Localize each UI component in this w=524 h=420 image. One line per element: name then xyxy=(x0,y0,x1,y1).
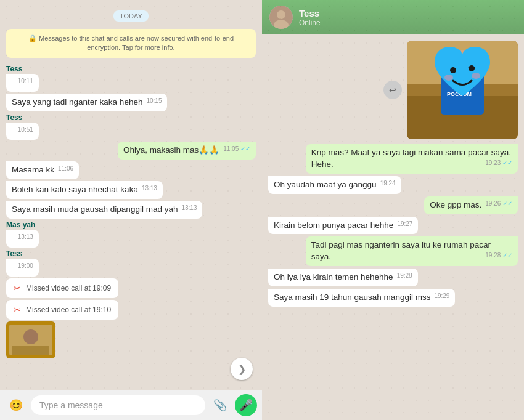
photo-preview[interactable] xyxy=(6,321,55,358)
message-time: 19:26 ✓✓ xyxy=(485,201,512,207)
svg-point-16 xyxy=(472,73,480,79)
svg-point-13 xyxy=(450,67,456,73)
message-6: Boleh kan kalo saya nhechat kaka 13:13 xyxy=(6,181,163,199)
missed-call-text: Missed video call at 19:10 xyxy=(26,305,111,314)
attachment-button[interactable]: 📎 xyxy=(209,394,231,416)
missed-call-1: ✂ Missed video call at 19:09 xyxy=(6,278,118,298)
bubble: Ohiya, makasih mas🙏🙏 11:05 ✓✓ xyxy=(118,142,256,160)
message-5: Masama kk 11:06 xyxy=(6,161,79,179)
message-time: 19:28 ✓✓ xyxy=(485,252,512,259)
bubble: 13:13 xyxy=(6,230,39,248)
chat-header: Tess Online xyxy=(262,0,524,34)
sender-name: Tess xyxy=(6,65,39,73)
right-message-2: Oh yaudah maaf ya ganggu 19:24 xyxy=(268,176,401,194)
sender-name: Tess xyxy=(6,113,39,122)
message-time: 19:28 xyxy=(397,273,412,279)
bubble: Oke gpp mas. 19:26 ✓✓ xyxy=(424,196,518,214)
message-time: 11:06 xyxy=(58,166,73,172)
missed-call-icon: ✂ xyxy=(14,305,21,315)
svg-rect-3 xyxy=(12,346,49,355)
right-message-5: Tadi pagi mas nganterin saya itu ke ruma… xyxy=(306,236,518,266)
message-time: 19:29 xyxy=(434,293,449,299)
contact-name: Tess xyxy=(299,8,321,18)
missed-call-text: Missed video call at 19:09 xyxy=(26,284,111,293)
message-time: 19:00 xyxy=(18,263,33,269)
avatar xyxy=(269,6,293,29)
message-time: 19:27 xyxy=(397,221,412,227)
bubble: Saya masih 19 tahun gausah manggil mss 1… xyxy=(268,289,455,307)
sender-name: Mas yah xyxy=(6,220,39,229)
message-time: 19:24 xyxy=(380,180,396,187)
encryption-notice[interactable]: 🔒 Messages to this chat and calls are no… xyxy=(6,29,256,58)
forward-button[interactable]: ↩ xyxy=(383,81,402,99)
missed-call-2: ✂ Missed video call at 19:10 xyxy=(6,300,118,320)
bubble: Oh yaudah maaf ya ganggu 19:24 xyxy=(268,176,401,194)
svg-point-5 xyxy=(277,10,285,19)
left-chat-panel: TODAY 🔒 Messages to this chat and calls … xyxy=(0,0,262,420)
svg-point-2 xyxy=(23,329,38,344)
emoji-button[interactable]: 😊 xyxy=(5,394,27,416)
message-time: 13:13 xyxy=(18,234,33,240)
right-message-4: Kirain belom punya pacar hehhe 19:27 xyxy=(268,217,418,235)
right-messages-area: ↩ POCCUM xyxy=(262,34,524,420)
contact-info: Tess Online xyxy=(299,8,321,27)
messages-area: TODAY 🔒 Messages to this chat and calls … xyxy=(0,0,262,390)
right-message-6: Oh iya iya kirain temen hehehhe 19:28 xyxy=(268,269,418,286)
message-1: Tess 10:11 xyxy=(6,65,39,92)
message-3: Tess 10:51 xyxy=(6,113,39,140)
contact-status: Online xyxy=(299,18,321,27)
svg-point-15 xyxy=(444,75,453,81)
scroll-down-button[interactable]: ❯ xyxy=(231,358,253,380)
image-message[interactable]: ↩ POCCUM xyxy=(407,41,518,139)
bubble: Knp mas? Maaf ya saya lagi makan sama pa… xyxy=(306,144,518,174)
bubble: 10:51 xyxy=(6,123,39,140)
message-time: 13:13 xyxy=(181,205,197,211)
message-time: 19:23 ✓✓ xyxy=(485,160,512,166)
bubble: Tadi pagi mas nganterin saya itu ke ruma… xyxy=(306,236,518,266)
message-time: 10:11 xyxy=(18,78,33,84)
message-time: 10:15 xyxy=(146,98,162,104)
message-time: 11:05 ✓✓ xyxy=(223,146,250,152)
right-chat-panel: Tess Online ↩ POCCUM xyxy=(262,0,524,420)
message-4: Ohiya, makasih mas🙏🙏 11:05 ✓✓ xyxy=(118,142,256,160)
message-2: Saya yang tadi nganter kaka heheh 10:15 xyxy=(6,94,167,111)
input-placeholder: Type a message xyxy=(39,400,197,410)
bubble: Saya masih muda gausah dipanggil mad yah… xyxy=(6,201,202,219)
bubble: 10:11 xyxy=(6,74,39,92)
message-input-box[interactable]: Type a message xyxy=(31,395,205,415)
sender-name: Tess xyxy=(6,249,39,258)
bubble: Saya yang tadi nganter kaka heheh 10:15 xyxy=(6,94,167,111)
message-8: Mas yah 13:13 xyxy=(6,220,39,248)
chat-input-bar: 😊 Type a message 📎 🎤 xyxy=(0,390,262,420)
message-7: Saya masih muda gausah dipanggil mad yah… xyxy=(6,201,202,219)
bubble: Boleh kan kalo saya nhechat kaka 13:13 xyxy=(6,181,163,199)
bubble: 19:00 xyxy=(6,259,39,277)
bubble: Oh iya iya kirain temen hehehhe 19:28 xyxy=(268,269,418,286)
right-message-3: Oke gpp mas. 19:26 ✓✓ xyxy=(424,196,518,214)
message-time: 13:13 xyxy=(142,185,157,192)
mic-button[interactable]: 🎤 xyxy=(235,394,257,416)
right-message-7: Saya masih 19 tahun gausah manggil mss 1… xyxy=(268,289,455,307)
message-9: Tess 19:00 xyxy=(6,249,39,277)
message-time: 10:51 xyxy=(18,127,33,133)
date-badge: TODAY xyxy=(113,10,149,21)
bubble: Kirain belom punya pacar hehhe 19:27 xyxy=(268,217,418,235)
missed-call-icon: ✂ xyxy=(14,283,21,293)
right-message-1: Knp mas? Maaf ya saya lagi makan sama pa… xyxy=(306,144,518,174)
bubble: Masama kk 11:06 xyxy=(6,161,79,179)
